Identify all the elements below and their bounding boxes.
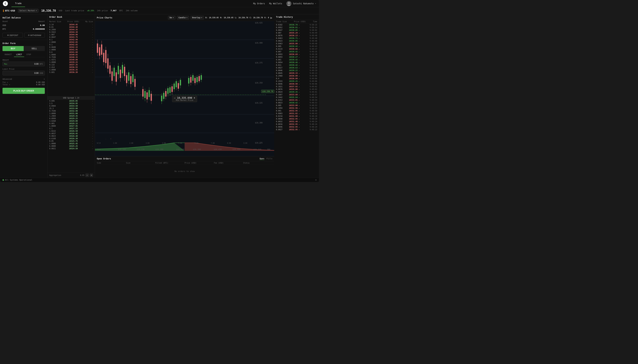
user-profile[interactable]: Satoshi Nakamoto ▾ bbox=[286, 1, 316, 6]
tab-limit[interactable]: LIMIT bbox=[14, 52, 24, 57]
ob-ask-row[interactable]: 0.0110344.40- bbox=[48, 26, 95, 28]
wallet-actions: ⊕ DEPOSIT ⊖ WITHDRAW bbox=[3, 33, 45, 38]
ob-bid-row[interactable]: 0.003710326.45- bbox=[48, 132, 95, 135]
tab-market[interactable]: MARKET bbox=[3, 52, 14, 57]
ob-bid-row[interactable]: 0.002310326.40- bbox=[48, 135, 95, 137]
svg-rect-31 bbox=[109, 66, 111, 74]
th-row: 0.01110338.42 ↗9:49:20 bbox=[274, 64, 319, 66]
ob-bid-row[interactable]: 0.098410333.50- bbox=[48, 104, 95, 107]
svg-text:$10,280: $10,280 bbox=[155, 148, 163, 150]
ob-bid-row[interactable]: 0.099910329.25- bbox=[48, 117, 95, 120]
ob-ask-row[interactable]: 1.00710344.00- bbox=[48, 33, 95, 36]
withdraw-button[interactable]: ⊖ WITHDRAW bbox=[24, 33, 45, 38]
ob-bid-row[interactable]: 2.510334.95- bbox=[48, 102, 95, 104]
buy-button[interactable]: BUY bbox=[3, 46, 24, 51]
max-button[interactable]: Max bbox=[4, 63, 7, 65]
ob-ask-row[interactable]: 0.110342.65- bbox=[48, 43, 95, 46]
ob-bid-row[interactable]: 3.000010331.00- bbox=[48, 112, 95, 115]
ob-ask-row[interactable]: 2.000010342.85- bbox=[48, 41, 95, 43]
ob-ask-row[interactable]: 3.1410344.45- bbox=[48, 23, 95, 26]
main-layout: Wallet Balance Asset Amount USD 0.00 BTC… bbox=[0, 14, 319, 178]
amount-input[interactable] bbox=[9, 63, 39, 65]
amount-label: Amount bbox=[3, 59, 45, 61]
select-market-dropdown[interactable]: Select Market ▾ bbox=[18, 9, 39, 12]
ob-bid-row[interactable]: 0.759910332.90- bbox=[48, 110, 95, 112]
agg-plus-button[interactable]: + bbox=[90, 174, 93, 177]
overlay-dropdown[interactable]: Overlay ▾ bbox=[191, 16, 204, 20]
ob-bid-row[interactable]: 0.00110328.15- bbox=[48, 122, 95, 125]
time-7-00: 7:00 bbox=[211, 142, 215, 144]
th-col-price: Price (USD) bbox=[294, 20, 306, 22]
ob-ask-row[interactable]: 5.60110336.30- bbox=[48, 71, 95, 74]
ob-bid-row[interactable]: 4.04510335.05- bbox=[48, 100, 95, 102]
right-panel: Trade History Trade Size Price (USD) Tim… bbox=[274, 14, 319, 178]
ob-ask-row[interactable]: 0.13210337.35- bbox=[48, 64, 95, 66]
ob-ask-row[interactable]: 0.004710343.75- bbox=[48, 36, 95, 38]
trade-history-rows: 0.010210336.78 ↗9:50:15 0.095210336.81 ↗… bbox=[274, 24, 319, 178]
ob-bid-row[interactable]: 1.022210326.50- bbox=[48, 130, 95, 132]
app-logo[interactable]: C bbox=[3, 1, 8, 6]
nav-tab-trade[interactable]: Trade bbox=[12, 0, 25, 7]
th-row: 0.410336.80 ↗9:49:06 bbox=[274, 77, 319, 80]
svg-text:$10,430: $10,430 bbox=[214, 148, 222, 150]
ob-ask-row[interactable]: 0.759910340.35- bbox=[48, 56, 95, 58]
my-orders-link[interactable]: My Orders bbox=[253, 2, 265, 5]
svg-rect-89 bbox=[190, 77, 191, 82]
v-value: 0 bbox=[268, 17, 269, 19]
price-chart-area: Price Charts 5m ▾ Candle ▾ Overlay ▾ bbox=[95, 14, 274, 178]
th-row: 0.00510338.42 ↗9:49:43 bbox=[274, 45, 319, 48]
ob-ask-row[interactable]: 0.592210344.30- bbox=[48, 31, 95, 33]
ob-bid-row[interactable]: 0.616810326.30- bbox=[48, 137, 95, 140]
ob-ask-row[interactable]: 0.068810342.15- bbox=[48, 46, 95, 48]
limit-price-label: Limit Price bbox=[3, 68, 45, 70]
chart-type-dropdown[interactable]: Candle ▾ bbox=[177, 16, 189, 20]
svg-point-1 bbox=[287, 5, 291, 6]
svg-rect-29 bbox=[107, 58, 109, 68]
ob-ask-row[interactable]: 2.000010341.95- bbox=[48, 48, 95, 51]
ob-ask-row[interactable]: 0.110342.90- bbox=[48, 38, 95, 41]
price-charts-header: Price Charts 5m ▾ Candle ▾ Overlay ▾ bbox=[95, 14, 274, 21]
ob-ask-row[interactable]: 3.000010339.25- bbox=[48, 61, 95, 64]
ob-ask-row[interactable]: 0.610341.80- bbox=[48, 51, 95, 54]
chart-type-chevron: ▾ bbox=[186, 16, 188, 19]
ob-ask-row[interactable]: 1.000010340.65- bbox=[48, 54, 95, 56]
ob-bid-row[interactable]: 25.310333.00- bbox=[48, 107, 95, 110]
place-order-button[interactable]: PLACE BUY ORDER bbox=[3, 88, 45, 94]
ob-bid-row[interactable]: 1.000010327.95- bbox=[48, 125, 95, 127]
open-orders-title: Open Orders bbox=[97, 158, 111, 160]
my-wallets-link[interactable]: My Wallets bbox=[269, 2, 282, 5]
agg-minus-button[interactable]: − bbox=[86, 174, 89, 177]
ob-bid-row[interactable]: 0.002110324.50- bbox=[48, 147, 95, 150]
advanced-toggle[interactable]: Advanced ▾ bbox=[3, 77, 45, 81]
chart-scroll-right[interactable]: ▶ bbox=[270, 16, 272, 19]
ob-ask-row[interactable]: 2.41410336.55- bbox=[48, 66, 95, 68]
ob-ask-row[interactable]: 0.299910344.35- bbox=[48, 28, 95, 31]
tab-stop[interactable]: STOP bbox=[24, 52, 33, 57]
col-asset: Asset bbox=[3, 20, 8, 22]
ob-bid-row[interactable]: 1.290410329.35- bbox=[48, 115, 95, 117]
svg-rect-75 bbox=[169, 87, 171, 93]
ob-ask-row[interactable]: 3.000010336.35- bbox=[48, 68, 95, 71]
th-col-size: Trade Size bbox=[276, 20, 287, 22]
ob-bid-row[interactable]: 6.000010325.25- bbox=[48, 145, 95, 147]
ob-bid-row[interactable]: 1.000010325.45- bbox=[48, 142, 95, 145]
ob-bid-row[interactable]: 3.026810329.00- bbox=[48, 120, 95, 122]
sell-button[interactable]: SELL bbox=[24, 46, 45, 51]
svg-rect-41 bbox=[120, 70, 121, 78]
ob-bid-row[interactable]: 0.110327.25- bbox=[48, 127, 95, 130]
th-row: 0.004510339.33 ↗9:49:13 bbox=[274, 72, 319, 74]
ob-ask-row[interactable]: 1.437110340.00- bbox=[48, 58, 95, 61]
ob-bid-row[interactable]: 0.0510325.75- bbox=[48, 140, 95, 142]
tab-fills[interactable]: Fills bbox=[267, 158, 272, 160]
timeframe-dropdown[interactable]: 5m ▾ bbox=[168, 16, 176, 20]
l-label: L: bbox=[235, 17, 237, 19]
settings-icon[interactable]: ⚙ bbox=[315, 179, 316, 181]
time-9-13: 9/13 bbox=[97, 142, 101, 144]
limit-price-input[interactable] bbox=[4, 72, 39, 74]
ob-column-headers: Market Size Price (USD) My Size bbox=[48, 20, 95, 23]
overlay-value: Overlay bbox=[192, 16, 200, 19]
deposit-button[interactable]: ⊕ DEPOSIT bbox=[3, 33, 23, 38]
chart-controls: 5m ▾ Candle ▾ Overlay ▾ O: 10,338.05 H bbox=[168, 16, 272, 20]
chart-canvas[interactable]: -300 $10,180 $10,230 $10,280 $10,330 $10… bbox=[95, 21, 274, 156]
tab-open[interactable]: Open bbox=[260, 158, 264, 160]
